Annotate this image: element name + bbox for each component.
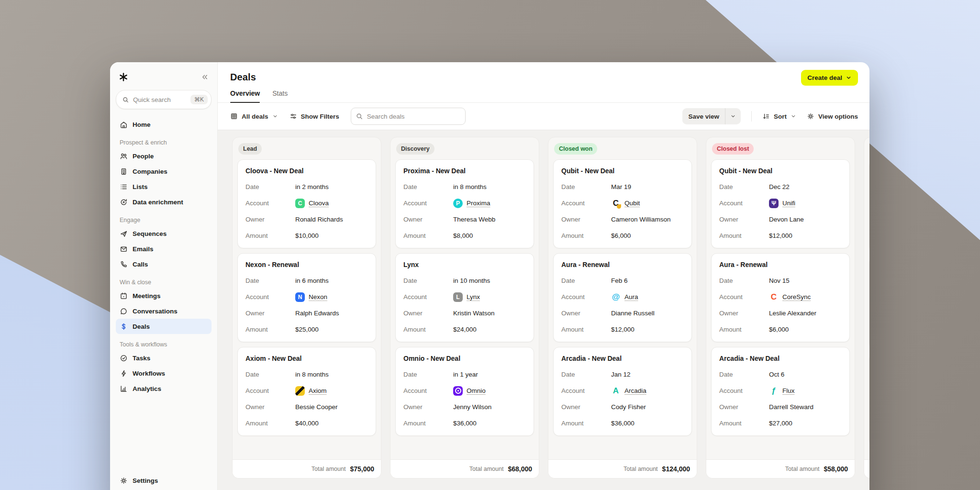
account-link[interactable]: Arcadia [624, 387, 646, 394]
field-row: DateOct 6 [719, 369, 842, 379]
field-value: Dianne Russell [611, 310, 655, 317]
sidebar-item-conversations[interactable]: Conversations [116, 303, 212, 319]
create-deal-button[interactable]: Create deal [801, 70, 858, 86]
field-row: DateMar 19 [561, 182, 684, 192]
deal-search [351, 108, 466, 125]
deal-card[interactable]: Proxima - New DealDatein 8 monthsAccount… [395, 159, 534, 248]
view-switcher-all-deals[interactable]: All deals [230, 112, 278, 120]
deal-title: Qubit - New Deal [719, 167, 842, 175]
sidebar-item-label: Conversations [133, 308, 178, 315]
field-row: DateDec 22 [719, 182, 842, 192]
gear-icon [807, 112, 814, 120]
field-row: Amount$6,000 [561, 231, 684, 241]
deal-card [869, 160, 869, 252]
sidebar-item-analytics[interactable]: Analytics [116, 381, 212, 396]
deal-card[interactable]: Arcadia - New DealDateOct 6AccountƒFluxO… [711, 347, 850, 436]
field-value: Ronald Richards [295, 216, 343, 223]
show-filters-button[interactable]: Show Filters [290, 112, 339, 120]
sidebar-item-deals[interactable]: Deals [116, 319, 212, 334]
deal-card[interactable]: Aura - RenewalDateNov 15AccountCCoreSync… [711, 253, 850, 342]
sidebar-item-emails[interactable]: Emails [116, 241, 212, 256]
field-label: Owner [245, 216, 295, 223]
field-row: AccountPProxima [403, 198, 526, 208]
sort-button[interactable]: Sort [762, 112, 796, 120]
deal-card[interactable]: Omnio - New DealDatein 1 yearAccountOmni… [395, 347, 534, 436]
account-link[interactable]: Lynx [467, 293, 480, 301]
data-enrichment-icon [120, 198, 128, 206]
field-row: Datein 10 months [403, 276, 526, 286]
field-value: $8,000 [453, 232, 473, 239]
collapse-sidebar-icon[interactable] [201, 73, 209, 81]
deal-card[interactable]: Arcadia - New DealDateJan 12AccountAArca… [553, 347, 692, 436]
deal-card[interactable]: LynxDatein 10 monthsAccountLLynxOwnerKri… [395, 253, 534, 342]
field-value: in 8 months [453, 183, 487, 190]
sidebar-item-calls[interactable]: Calls [116, 256, 212, 272]
field-label: Owner [719, 216, 769, 223]
tab-stats[interactable]: Stats [272, 89, 288, 102]
field-value: Kristin Watson [453, 310, 495, 317]
deal-card[interactable]: Qubit - New DealDateMar 19AccountCQubitO… [553, 159, 692, 248]
sidebar-item-label: Home [133, 121, 151, 128]
account-link[interactable]: Qubit [624, 200, 640, 207]
sidebar-nav: HomeProspect & enrichPeopleCompaniesList… [116, 117, 212, 473]
account-link[interactable]: Omnio [467, 387, 486, 394]
column-closed-won: Closed wonQubit - New DealDateMar 19Acco… [548, 137, 697, 479]
field-label: Amount [561, 326, 611, 333]
tab-overview[interactable]: Overview [230, 89, 260, 102]
sidebar-item-data-enrichment[interactable]: Data enrichment [116, 194, 212, 210]
omnio-logo-icon [453, 386, 463, 396]
user-menu[interactable]: K Kala [116, 488, 212, 490]
account-link[interactable]: Flux [782, 387, 795, 394]
column-total: Total amount$124,000 [548, 459, 697, 478]
quick-search[interactable]: Quick search ⌘K [116, 90, 212, 109]
sidebar-item-sequences[interactable]: Sequences [116, 226, 212, 241]
field-value: Nov 15 [769, 277, 790, 284]
main-panel: Deals Create deal OverviewStats All deal… [218, 62, 869, 490]
sidebar-item-lists[interactable]: Lists [116, 179, 212, 194]
field-value: Theresa Webb [453, 216, 495, 223]
flux-logo-icon: ƒ [769, 386, 779, 396]
deal-title: Cloova - New Deal [245, 167, 368, 175]
field-value: Oct 6 [769, 371, 784, 378]
deal-card[interactable]: Cloova - New DealDatein 2 monthsAccountC… [237, 159, 376, 248]
sidebar-item-tasks[interactable]: Tasks [116, 350, 212, 366]
field-label: Date [403, 183, 453, 190]
sidebar-item-companies[interactable]: Companies [116, 164, 212, 179]
diagonal-stripe [295, 386, 305, 396]
account-link[interactable]: Nexon [309, 293, 327, 301]
field-value: $24,000 [453, 326, 477, 333]
save-view-label[interactable]: Save view [682, 108, 725, 124]
deal-title: Axiom - New Deal [245, 355, 368, 362]
deal-card[interactable]: Nexon - RenewalDatein 6 monthsAccountNNe… [237, 253, 376, 342]
status-badge: Closed lost [712, 143, 754, 155]
column-total [864, 459, 869, 478]
field-value: PProxima [453, 199, 490, 208]
view-options-button[interactable]: View options [807, 112, 858, 120]
unifi-logo-icon: Ψ [769, 199, 779, 208]
field-label: Date [561, 277, 611, 284]
sidebar-item-workflows[interactable]: Workflows [116, 366, 212, 381]
account-link[interactable]: Axiom [309, 387, 327, 394]
sidebar-item-home[interactable]: Home [116, 117, 212, 132]
sidebar-item-people[interactable]: People [116, 148, 212, 164]
deal-card[interactable]: Qubit - New DealDateDec 22AccountΨUnifiO… [711, 159, 850, 248]
field-row: AccountCCoreSync [719, 292, 842, 302]
save-view-dropdown[interactable] [725, 108, 741, 124]
account-link[interactable]: Cloova [309, 200, 329, 207]
account-link[interactable]: Aura [624, 293, 638, 301]
search-deals-input[interactable] [351, 108, 466, 125]
field-label: Owner [403, 216, 453, 223]
sidebar-item-settings[interactable]: Settings [116, 473, 212, 488]
field-label: Account [245, 387, 295, 394]
deal-card[interactable]: Axiom - New DealDatein 8 monthsAccountAx… [237, 347, 376, 436]
deal-card[interactable]: Aura - RenewalDateFeb 6Account@AuraOwner… [553, 253, 692, 342]
account-link[interactable]: Unifi [782, 200, 795, 207]
account-link[interactable]: CoreSync [782, 293, 811, 301]
deal-title: Nexon - Renewal [245, 261, 368, 268]
total-label: Total amount [624, 466, 658, 472]
field-value: @Aura [611, 292, 638, 302]
sidebar-item-meetings[interactable]: Meetings [116, 288, 212, 303]
field-row: OwnerJenny Wilson [403, 402, 526, 412]
total-amount: $75,000 [350, 465, 374, 473]
account-link[interactable]: Proxima [467, 200, 490, 207]
